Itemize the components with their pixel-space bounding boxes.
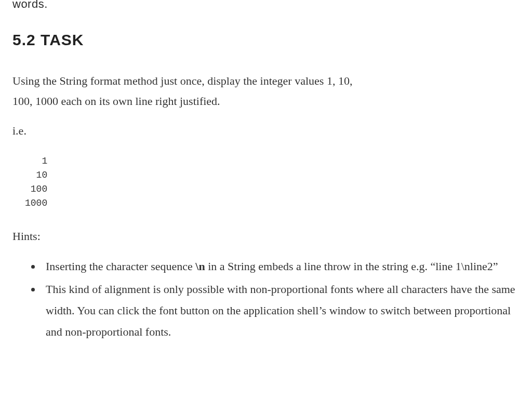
hint-bold-escape: \n [195, 260, 205, 273]
task-description: Using the String format method just once… [12, 71, 520, 111]
hint-text: This kind of alignment is only possible … [46, 283, 515, 338]
hint-text-post: in a String embeds a line throw in the s… [205, 260, 498, 273]
section-heading: 5.2 TASK [12, 28, 520, 52]
task-description-line2: 100, 1000 each on its own line right jus… [12, 95, 220, 108]
example-output: 1 10 100 1000 [25, 154, 520, 210]
hint-item: This kind of alignment is only possible … [42, 279, 520, 342]
hint-text-pre: Inserting the character sequence [46, 260, 195, 273]
previous-paragraph-fragment: words. [12, 0, 520, 13]
hint-item: Inserting the character sequence \n in a… [42, 256, 520, 277]
ie-label: i.e. [12, 122, 520, 140]
hints-label: Hints: [12, 227, 520, 245]
document-page: words. 5.2 TASK Using the String format … [0, 0, 532, 342]
hints-list: Inserting the character sequence \n in a… [27, 256, 520, 343]
task-description-line1: Using the String format method just once… [12, 74, 352, 87]
